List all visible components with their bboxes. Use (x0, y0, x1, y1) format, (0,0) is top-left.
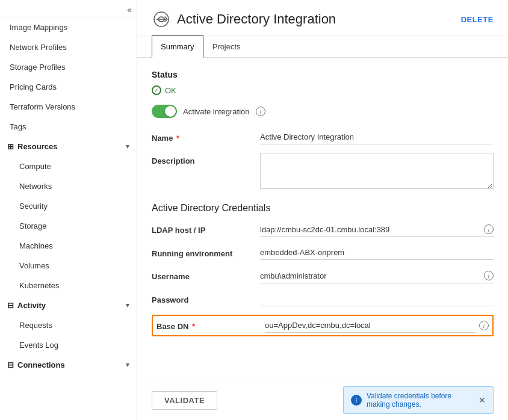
name-field-row: Name * (152, 130, 494, 144)
sidebar-item-label: Storage Profiles (10, 63, 66, 72)
activity-sub-items: Requests Events Log (0, 315, 137, 355)
name-value (260, 130, 494, 144)
username-value: cmbu\administrator i (260, 268, 494, 283)
name-input[interactable] (260, 130, 494, 144)
sidebar-section-activity[interactable]: ⊟ Activity ▾ (0, 295, 137, 315)
tab-projects[interactable]: Projects (203, 36, 250, 58)
status-row: ✓ OK (152, 85, 494, 95)
chevron-down-icon: ▾ (126, 143, 129, 150)
sidebar-item-storage[interactable]: Storage (10, 216, 137, 236)
running-env-value-text: embedded-ABX-onprem (260, 248, 344, 257)
resources-icon: ⊞ (7, 142, 14, 151)
ok-check-icon: ✓ (152, 85, 161, 95)
username-field-row: Username cmbu\administrator i (152, 268, 494, 283)
toggle-info-icon[interactable]: i (256, 107, 265, 116)
ad-integration-icon (152, 10, 171, 29)
validate-button[interactable]: VALIDATE (152, 391, 217, 410)
sidebar-item-label: Network Profiles (10, 43, 67, 52)
ldap-value: ldap://cmbu-sc2dc-01.cmbu.local:389 i (260, 222, 494, 237)
activity-label: Activity (17, 301, 46, 310)
validate-toast: i Validate credentials before making cha… (343, 386, 494, 414)
description-textarea[interactable] (260, 153, 494, 189)
sidebar-section-connections[interactable]: ⊟ Connections ▾ (0, 355, 137, 375)
base-dn-label: Base DN * (156, 318, 265, 331)
sidebar-item-terraform-versions[interactable]: Terraform Versions (0, 97, 137, 117)
running-env-field-row: Running environment embedded-ABX-onprem (152, 246, 494, 260)
base-dn-info-icon[interactable]: i (479, 321, 489, 330)
username-label: Username (152, 268, 260, 281)
sidebar-item-security[interactable]: Security (10, 196, 137, 216)
sidebar-item-events-log[interactable]: Events Log (10, 335, 137, 355)
toggle-row: Activate integration i (152, 105, 494, 118)
sidebar-item-kubernetes[interactable]: Kubernetes (10, 276, 137, 295)
ldap-label: LDAP host / IP (152, 222, 260, 235)
main-content: Active Directory Integration DELETE Summ… (137, 0, 508, 420)
sidebar-item-image-mappings[interactable]: Image Mappings (0, 17, 137, 37)
password-field-row: Password (152, 292, 494, 306)
sidebar-item-tags[interactable]: Tags (0, 117, 137, 137)
ldap-info-icon[interactable]: i (484, 224, 494, 234)
resources-label: Resources (17, 142, 57, 151)
page-title: Active Directory Integration (177, 11, 336, 27)
status-ok-label: OK (165, 86, 176, 95)
sidebar-item-pricing-cards[interactable]: Pricing Cards (0, 77, 137, 97)
sidebar-item-label: Terraform Versions (10, 102, 75, 111)
password-label: Password (152, 292, 260, 304)
base-dn-value: i (265, 318, 489, 333)
activate-integration-toggle[interactable] (152, 105, 177, 118)
collapse-icon[interactable]: « (127, 5, 132, 14)
sidebar-item-label: Tags (10, 122, 26, 131)
ldap-value-text: ldap://cmbu-sc2dc-01.cmbu.local:389 (260, 225, 389, 234)
base-dn-highlighted-container: Base DN * i (152, 315, 494, 336)
sidebar-item-networks[interactable]: Networks (10, 176, 137, 196)
sidebar-item-compute[interactable]: Compute (10, 156, 137, 176)
chevron-down-icon: ▾ (126, 361, 129, 369)
running-env-label: Running environment (152, 246, 260, 258)
header-left: Active Directory Integration (152, 10, 336, 29)
activity-icon: ⊟ (7, 301, 14, 310)
ldap-field-row: LDAP host / IP ldap://cmbu-sc2dc-01.cmbu… (152, 222, 494, 237)
connections-icon: ⊟ (7, 360, 14, 369)
sidebar-item-storage-profiles[interactable]: Storage Profiles (0, 57, 137, 77)
sidebar: « Image Mappings Network Profiles Storag… (0, 0, 137, 420)
base-dn-required-marker: * (192, 322, 195, 331)
sidebar-section-resources[interactable]: ⊞ Resources ▾ (0, 137, 137, 156)
name-required-marker: * (176, 134, 179, 143)
tab-summary[interactable]: Summary (152, 36, 203, 58)
base-dn-input[interactable] (265, 318, 475, 333)
description-label: Description (152, 153, 260, 165)
toggle-label: Activate integration (183, 107, 250, 116)
description-field-row: Description (152, 153, 494, 191)
connections-label: Connections (17, 360, 65, 369)
bottom-bar: VALIDATE i Validate credentials before m… (137, 380, 508, 420)
toast-info-icon: i (351, 395, 362, 406)
delete-button[interactable]: DELETE (461, 15, 494, 24)
toast-message: Validate credentials before making chang… (367, 392, 471, 409)
description-value (260, 153, 494, 191)
resources-sub-items: Compute Networks Security Storage Machin… (0, 156, 137, 295)
sidebar-item-volumes[interactable]: Volumes (10, 256, 137, 276)
username-value-text: cmbu\administrator (260, 271, 327, 280)
sidebar-item-label: Pricing Cards (10, 82, 57, 91)
sidebar-item-network-profiles[interactable]: Network Profiles (0, 37, 137, 57)
sidebar-item-label: Image Mappings (10, 23, 67, 32)
ad-credentials-title: Active Directory Credentials (152, 203, 494, 214)
page-header: Active Directory Integration DELETE (137, 0, 508, 36)
name-label: Name * (152, 130, 260, 143)
content-area: Status ✓ OK Activate integration i Name … (137, 58, 508, 380)
base-dn-field-row: Base DN * i (156, 318, 489, 333)
sidebar-collapse-button[interactable]: « (0, 0, 137, 17)
password-input[interactable] (260, 292, 494, 306)
status-section-title: Status (152, 70, 494, 79)
toast-close-button[interactable]: ✕ (479, 395, 486, 405)
running-env-value: embedded-ABX-onprem (260, 246, 494, 260)
username-info-icon[interactable]: i (484, 271, 494, 280)
chevron-down-icon: ▾ (126, 301, 129, 309)
sidebar-item-requests[interactable]: Requests (10, 315, 137, 335)
tabs-bar: Summary Projects (137, 36, 508, 58)
password-value (260, 292, 494, 306)
sidebar-item-machines[interactable]: Machines (10, 236, 137, 256)
